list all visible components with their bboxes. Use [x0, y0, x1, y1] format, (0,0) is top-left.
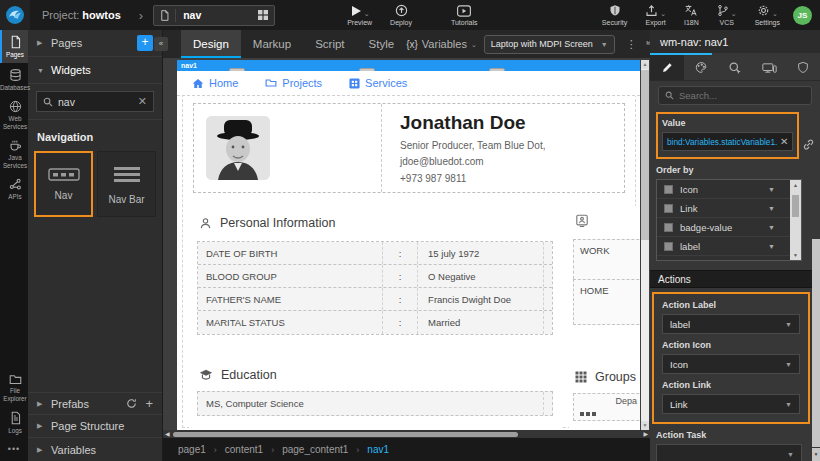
pages-accordion[interactable]: ▶ Pages +	[28, 30, 162, 57]
profile-widget[interactable]: Jonathan Doe Senior Producer, Team Blue …	[193, 103, 625, 193]
security-button[interactable]: Security	[602, 4, 627, 26]
action-task-select[interactable]: ▼	[656, 444, 802, 461]
table-row[interactable]: DATE OF BIRTH : 15 july 1972	[198, 242, 552, 265]
table-row[interactable]: BLOOD GROUP : O Negative	[198, 265, 552, 288]
tab-properties[interactable]	[650, 55, 684, 80]
deploy-button[interactable]: Deploy	[390, 4, 412, 26]
vertical-scroll-thumb[interactable]	[641, 70, 649, 240]
breadcrumb-nav1[interactable]: nav1	[367, 444, 389, 455]
rail-item-logs[interactable]: Logs	[0, 406, 28, 439]
breadcrumb-page-content1[interactable]: page_content1	[282, 444, 348, 455]
panel-scrollbar[interactable]: ▼	[812, 237, 820, 461]
tab-inspect[interactable]	[718, 55, 752, 80]
preview-button[interactable]: ⌄ Preview	[347, 4, 372, 26]
value-binding-input[interactable]	[667, 137, 777, 147]
rail-item-databases[interactable]: Databases	[0, 63, 28, 96]
personal-info-panel[interactable]: Personal Information DATE OF BIRTH : 15 …	[189, 206, 561, 348]
i18n-button[interactable]: I18N	[684, 4, 699, 26]
breadcrumb-page1[interactable]: page1	[178, 444, 206, 455]
nav-item-services[interactable]: Services	[349, 77, 407, 89]
wavemaker-logo-icon[interactable]	[0, 0, 30, 30]
action-label-select[interactable]: label ▼	[662, 314, 800, 334]
nav-widget[interactable]: Home Projects Services	[177, 71, 640, 96]
profile-email[interactable]: jdoe@bluedot.com	[400, 156, 545, 167]
contact-cell-home[interactable]: HOME	[573, 279, 640, 325]
add-page-button[interactable]: +	[137, 35, 153, 51]
clear-search-icon[interactable]: ✕	[138, 95, 147, 108]
contact-cell-work[interactable]: WORK	[573, 239, 640, 279]
rail-item-web-services[interactable]: Web Services	[0, 95, 28, 134]
canvas-vertical-scrollbar[interactable]: ▲ ▼	[641, 60, 649, 430]
rail-item-pages[interactable]: Pages	[0, 30, 28, 63]
tab-styles[interactable]	[684, 55, 718, 80]
variables-accordion[interactable]: ▶ Variables	[28, 438, 162, 461]
properties-search-input[interactable]	[679, 90, 805, 101]
nav-item-home[interactable]: Home	[192, 77, 238, 89]
contact-panel[interactable]: WORK HOME	[569, 206, 640, 366]
education-panel[interactable]: Education MS, Computer Science	[189, 358, 561, 430]
scroll-up-icon[interactable]: ▲	[641, 60, 649, 69]
checkbox[interactable]	[664, 242, 673, 251]
value-binding-field[interactable]: ✕	[662, 132, 793, 151]
action-link-select[interactable]: Link ▼	[662, 394, 800, 414]
listbox-scroll-thumb[interactable]	[792, 195, 799, 217]
checkbox[interactable]	[664, 223, 673, 232]
tab-style[interactable]: Style	[357, 30, 407, 58]
refresh-icon[interactable]	[126, 398, 137, 409]
bind-link-icon[interactable]	[802, 138, 815, 151]
tab-device[interactable]	[752, 55, 786, 80]
scroll-down-icon[interactable]: ▼	[793, 252, 798, 258]
scroll-right-icon[interactable]: ▶	[643, 430, 648, 438]
tab-design[interactable]: Design	[181, 30, 241, 58]
widget-tile-nav[interactable]: Nav	[34, 151, 93, 217]
table-row[interactable]: FATHER'S NAME : Francis Dwight Doe	[198, 288, 552, 311]
order-by-item-link[interactable]: Link ▼	[657, 199, 801, 218]
order-by-item-label[interactable]: label ▼	[657, 237, 801, 256]
panel-scroll-thumb[interactable]	[812, 239, 820, 447]
nav-item-projects[interactable]: Projects	[265, 77, 322, 89]
tab-script[interactable]: Script	[303, 30, 356, 58]
order-by-item-badge-value[interactable]: badge-value ▼	[657, 218, 801, 237]
tutorials-button[interactable]: Tutorials	[451, 4, 478, 26]
page-grid-icon[interactable]	[252, 9, 274, 21]
action-icon-select[interactable]: Icon ▼	[662, 354, 800, 374]
groups-panel[interactable]: Groups Depa▼ ▶	[569, 360, 640, 430]
canvas-horizontal-scrollbar[interactable]: ◀ ▶	[163, 430, 650, 438]
profile-photo[interactable]	[206, 116, 270, 180]
more-options-icon[interactable]: •••	[0, 439, 28, 461]
scroll-down-icon[interactable]: ▼	[641, 421, 649, 430]
prefabs-accordion[interactable]: ▶ Prefabs +	[28, 392, 162, 415]
listbox-scrollbar[interactable]: ▲ ▼	[790, 180, 801, 260]
design-canvas[interactable]: nav1 Home Projects Services	[177, 60, 640, 430]
rail-item-apis[interactable]: APIs	[0, 173, 28, 205]
groups-cell[interactable]: Depa▼ ▶	[573, 393, 640, 421]
checkbox[interactable]	[664, 185, 673, 194]
education-row[interactable]: MS, Computer Science	[197, 391, 553, 416]
user-avatar[interactable]: JS	[793, 6, 812, 25]
profile-role[interactable]: Senior Producer, Team Blue Dot,	[400, 140, 545, 151]
profile-name[interactable]: Jonathan Doe	[400, 112, 545, 134]
tab-markup[interactable]: Markup	[241, 30, 303, 58]
profile-phone[interactable]: +973 987 9811	[400, 173, 545, 184]
order-by-item-icon[interactable]: Icon ▼	[657, 180, 801, 199]
more-tools-icon[interactable]: ⋮	[626, 38, 637, 51]
settings-button[interactable]: ⌄ Settings	[755, 4, 780, 26]
vcs-button[interactable]: ⌄ VCS	[717, 4, 737, 26]
checkbox[interactable]	[664, 204, 673, 213]
rail-item-java-services[interactable]: Java Services	[0, 134, 28, 173]
scroll-left-icon[interactable]: ◀	[165, 430, 170, 438]
export-button[interactable]: ⌄ Export	[645, 4, 666, 26]
scroll-down-icon[interactable]: ▼	[812, 448, 820, 461]
device-select[interactable]: Laptop with MDPI Screen ▼	[484, 35, 615, 54]
clear-binding-icon[interactable]: ✕	[780, 136, 788, 147]
selected-widget-bar[interactable]: nav1	[177, 60, 640, 71]
table-row[interactable]: MARITAL STATUS : Married	[198, 311, 552, 334]
breadcrumb-content1[interactable]: content1	[225, 444, 263, 455]
widgets-accordion[interactable]: ▼ Widgets	[28, 57, 162, 84]
page-structure-accordion[interactable]: ▶ Page Structure	[28, 415, 162, 438]
widget-tile-nav-bar[interactable]: Nav Bar	[97, 151, 156, 217]
groups-dropdown[interactable]: Depa▼	[616, 396, 640, 406]
variables-dropdown[interactable]: {x} Variables ⌄	[406, 38, 477, 50]
tab-security[interactable]	[786, 55, 820, 80]
widget-search-input[interactable]	[58, 96, 133, 108]
